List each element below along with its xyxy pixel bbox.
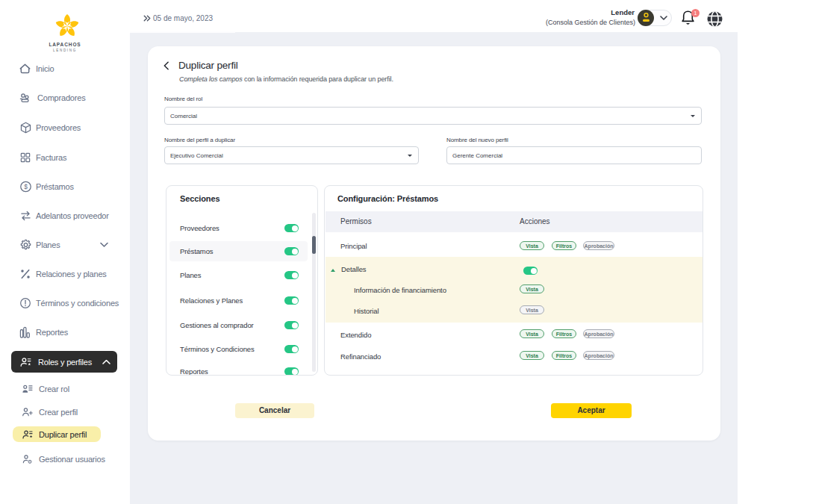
svg-text:$: $ xyxy=(24,183,28,190)
